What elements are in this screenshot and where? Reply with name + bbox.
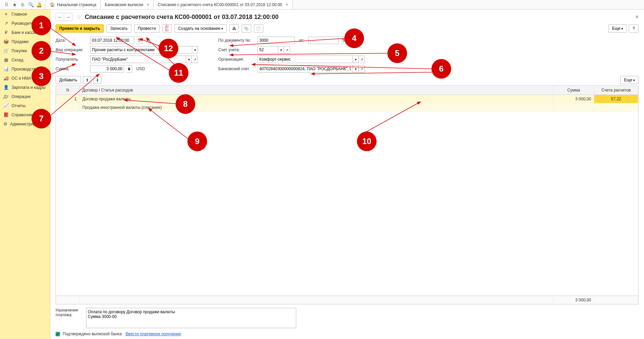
refresh-icon[interactable]: ⟳ bbox=[146, 38, 150, 43]
search-icon[interactable]: 🔍 bbox=[28, 2, 34, 8]
tab-document[interactable]: Списание с расчетного счета КС00-000001 … bbox=[154, 0, 293, 9]
sidebar-icon: 📈 bbox=[3, 103, 9, 108]
col-header-n[interactable]: N bbox=[56, 86, 80, 95]
open-icon[interactable]: ↗ bbox=[192, 56, 198, 63]
sidebar-icon: 📦 bbox=[3, 39, 9, 44]
sidebar-icon: Дт bbox=[3, 94, 9, 99]
sidebar-label: Склад bbox=[12, 58, 23, 62]
create-based-button[interactable]: Создать на основании bbox=[175, 24, 227, 33]
callout-9: 9 bbox=[187, 132, 207, 151]
close-icon[interactable]: × bbox=[147, 2, 149, 7]
callout-12: 12 bbox=[159, 39, 178, 58]
expense-table: N Договор / Статья расходов Сумма Счета … bbox=[56, 85, 639, 304]
from-date-input[interactable] bbox=[308, 37, 339, 44]
dropdown-icon[interactable]: ▾ bbox=[192, 46, 198, 54]
sidebar-label: Продажи bbox=[12, 39, 28, 44]
confirmed-checkbox[interactable] bbox=[56, 332, 60, 336]
calendar-icon[interactable]: 📅 bbox=[136, 37, 142, 44]
sidebar-icon: 📊 bbox=[3, 66, 9, 72]
payee-label: Получатель: bbox=[56, 57, 88, 62]
doc-number-label: По документу №: bbox=[218, 38, 256, 43]
sidebar-icon: 📕 bbox=[3, 112, 9, 117]
callout-8: 8 bbox=[176, 94, 195, 114]
callout-2: 2 bbox=[32, 41, 51, 61]
doc-number-input[interactable] bbox=[258, 37, 295, 44]
organization-input[interactable] bbox=[258, 56, 353, 63]
table-row-expense[interactable]: Продажа иностранной валюты (списание) bbox=[56, 103, 638, 112]
purpose-label: Назначение платежа: bbox=[56, 308, 83, 317]
open-icon[interactable]: ↗ bbox=[359, 56, 365, 63]
clipboard-icon[interactable]: ⎘ bbox=[20, 2, 26, 8]
col-header-contract[interactable]: Договор / Статья расходов bbox=[80, 86, 554, 95]
post-button[interactable]: Провести bbox=[134, 24, 160, 33]
bank-account-input[interactable] bbox=[258, 65, 353, 73]
callout-1: 1 bbox=[32, 16, 51, 35]
dropdown-icon[interactable]: ▾ bbox=[353, 65, 359, 73]
document-title: Списание с расчетного счета КС00-000001 … bbox=[85, 14, 279, 21]
move-up-icon[interactable]: ⬆ bbox=[83, 76, 91, 84]
open-icon[interactable]: ↗ bbox=[359, 65, 365, 73]
bell-icon[interactable]: 🔔 bbox=[36, 2, 42, 8]
callout-10: 10 bbox=[357, 132, 377, 151]
calculator-icon[interactable]: 🖩 bbox=[126, 65, 132, 73]
sum-input[interactable] bbox=[90, 65, 124, 73]
help-button[interactable]: ? bbox=[629, 24, 639, 33]
account-label: Счет учета: bbox=[218, 47, 256, 52]
col-header-account[interactable]: Счета расчетов bbox=[594, 86, 638, 95]
organization-label: Организация: bbox=[218, 57, 256, 62]
dropdown-icon[interactable]: ▾ bbox=[186, 56, 192, 63]
sidebar-item[interactable]: ДтОперации bbox=[0, 92, 50, 101]
enter-payment-order-link[interactable]: Ввести платежное поручение bbox=[125, 332, 181, 336]
dropdown-icon[interactable]: ▾ bbox=[278, 46, 284, 54]
currency-label: USD bbox=[136, 66, 145, 71]
sidebar-icon: ▦ bbox=[3, 57, 9, 62]
apps-icon[interactable]: ⠿ bbox=[3, 2, 9, 8]
tab-home-label: Начальная страница bbox=[57, 2, 96, 7]
sidebar-label: Отчеты bbox=[12, 103, 25, 108]
sidebar-icon: 🚚 bbox=[3, 76, 9, 81]
tab-label: Списание с расчетного счета КС00-000001 … bbox=[158, 2, 282, 7]
col-header-sum[interactable]: Сумма bbox=[554, 86, 594, 95]
dropdown-icon[interactable]: ▾ bbox=[353, 56, 359, 63]
top-toolbar: ⠿ ★ ⎘ 🔍 🔔 🏠 Начальная страница Банковски… bbox=[0, 0, 644, 9]
sidebar-label: Банк и касса bbox=[12, 30, 36, 35]
close-icon[interactable]: × bbox=[286, 2, 288, 7]
bank-account-label: Банковский счет: bbox=[218, 66, 256, 71]
sidebar-label: ОС и НМА bbox=[12, 76, 31, 81]
more-button[interactable]: Еще bbox=[608, 24, 627, 33]
report-icon[interactable]: 📄 bbox=[254, 24, 263, 33]
operation-kind-label: Вид операции: bbox=[56, 47, 88, 52]
favorite-icon[interactable]: ☆ bbox=[76, 13, 81, 21]
nav-back-button[interactable]: ← bbox=[56, 13, 64, 21]
nav-forward-button[interactable]: → bbox=[64, 13, 72, 21]
table-more-button[interactable]: Еще bbox=[620, 76, 639, 84]
tab-bank-statements[interactable]: Банковские выписки × bbox=[101, 0, 154, 9]
sidebar-icon: 🛒 bbox=[3, 48, 9, 53]
tab-label: Банковские выписки bbox=[105, 2, 143, 7]
date-label: Дата: bbox=[56, 38, 88, 43]
star-icon[interactable]: ★ bbox=[12, 2, 18, 8]
sidebar-label: Покупки bbox=[12, 48, 27, 53]
from-label: от: bbox=[299, 38, 304, 43]
add-button[interactable]: Добавить bbox=[56, 76, 81, 84]
move-down-icon[interactable]: ⬇ bbox=[93, 76, 101, 84]
sum-label: Сумма: bbox=[56, 66, 88, 71]
sidebar-icon: ₽ bbox=[3, 30, 9, 35]
callout-6: 6 bbox=[431, 59, 451, 79]
content-area: ← → ☆ Списание с расчетного счета КС00-0… bbox=[50, 9, 644, 339]
structure-icon[interactable]: 🖧 bbox=[229, 24, 239, 33]
dt-kt-icon[interactable]: ДтКт bbox=[162, 24, 172, 33]
date-input[interactable] bbox=[90, 37, 134, 44]
post-and-close-button[interactable]: Провести и закрыть bbox=[56, 24, 104, 33]
purpose-textarea[interactable] bbox=[86, 308, 296, 328]
total-sum: 3 000,00 bbox=[554, 296, 594, 304]
close-document-icon[interactable]: × bbox=[636, 14, 639, 20]
tab-home[interactable]: 🏠 Начальная страница bbox=[45, 0, 101, 9]
account-input[interactable] bbox=[258, 46, 278, 54]
table-row[interactable]: 1Договор продажи валюты3 000,0057.22 bbox=[56, 95, 638, 103]
open-icon[interactable]: ↗ bbox=[284, 46, 290, 54]
save-button[interactable]: Записать bbox=[106, 24, 131, 33]
callout-3: 3 bbox=[32, 66, 51, 86]
attach-icon[interactable]: 📎 bbox=[242, 24, 251, 33]
sidebar-icon: 👤 bbox=[3, 85, 9, 90]
